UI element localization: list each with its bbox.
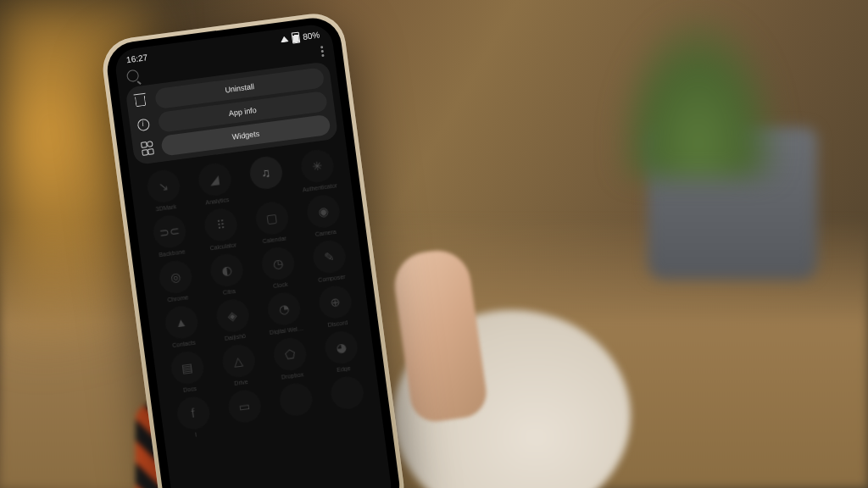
app-edge[interactable]: ◕Edge — [314, 329, 369, 375]
app-label: f — [195, 431, 198, 437]
widgets-icon — [139, 141, 154, 156]
app-item-23[interactable] — [320, 374, 375, 420]
app-daijish-[interactable]: ◈Daijishō — [205, 297, 260, 343]
app-dropbox[interactable]: ⬠Dropbox — [263, 336, 318, 382]
app-label: Daijishō — [225, 333, 247, 341]
app-label: Digital Wel… — [269, 325, 303, 336]
app-label: Analytics — [205, 197, 230, 206]
app-icon: ▤ — [169, 350, 205, 386]
app-drawer-grid[interactable]: ↘3DMark◢Analytics♫✳Authenticator⊃⊂Backbo… — [129, 137, 382, 441]
app-icon: ◢ — [197, 162, 233, 198]
app-docs[interactable]: ▤Docs — [160, 348, 215, 395]
wifi-icon — [280, 36, 289, 42]
app-label: Dropbox — [281, 371, 303, 380]
app-icon: ⊃⊂ — [151, 214, 187, 250]
app-drive[interactable]: △Drive — [211, 341, 266, 388]
app-icon: ◔ — [265, 291, 302, 327]
app-citra[interactable]: ◐Citra — [199, 251, 254, 297]
app-label: 3DMark — [155, 203, 176, 212]
info-icon — [136, 117, 151, 132]
trash-icon — [133, 94, 148, 109]
app-icon: ◐ — [209, 252, 245, 289]
app-digital-wel-[interactable]: ◔Digital Wel… — [257, 290, 312, 336]
overflow-menu-icon[interactable] — [320, 45, 325, 56]
app-calculator[interactable]: ⠿Calculator — [193, 206, 248, 252]
phone-screen: 16:27 80% UninstallApp infoWidgets — [114, 23, 394, 488]
app-label: Edge — [337, 365, 351, 373]
app-label: Citra — [223, 288, 236, 296]
app-label: Calendar — [262, 236, 287, 245]
app-chrome[interactable]: ◎Chrome — [148, 258, 203, 304]
app-icon: ⊕ — [317, 284, 353, 320]
app-backbone[interactable]: ⊃⊂Backbone — [142, 213, 198, 259]
app-item-22[interactable] — [269, 380, 324, 427]
search-icon — [126, 69, 140, 83]
app-icon: ▲ — [163, 304, 199, 341]
app-icon: ◕ — [323, 330, 359, 366]
app-3dmark[interactable]: ↘3DMark — [136, 167, 192, 214]
app-analytics[interactable]: ◢Analytics — [187, 160, 242, 207]
app-label: Docs — [183, 385, 198, 393]
app-icon — [277, 381, 314, 418]
app-label: Clock — [273, 281, 288, 289]
app-label: Chrome — [167, 294, 189, 302]
app-item-21[interactable]: ▭ — [217, 387, 272, 434]
app-authenticator[interactable]: ✳Authenticator — [290, 147, 345, 193]
app-label: Composer — [318, 274, 346, 283]
app-icon: ⠿ — [203, 207, 239, 243]
app-composer[interactable]: ✎Composer — [302, 237, 357, 284]
app-camera[interactable]: ◉Camera — [296, 192, 351, 239]
app-icon: ⬠ — [271, 336, 308, 373]
app-icon: ▢ — [253, 200, 290, 236]
app-icon: ◷ — [259, 246, 296, 282]
app-icon: ✳ — [299, 148, 336, 185]
app-label: Discord — [327, 319, 348, 328]
app-icon: ✎ — [311, 239, 348, 275]
app-icon: ◎ — [157, 259, 193, 296]
app-icon: ◉ — [305, 193, 342, 230]
app-calendar[interactable]: ▢Calendar — [245, 199, 300, 246]
app-discord[interactable]: ⊕Discord — [308, 283, 363, 330]
clock-time: 16:27 — [125, 53, 147, 64]
app-icon: △ — [220, 343, 257, 380]
app-icon: ↘ — [145, 169, 181, 205]
app-icon — [329, 374, 365, 411]
app-icon: ♫ — [248, 155, 284, 191]
app-icon: f — [175, 395, 211, 431]
app-icon: ◈ — [214, 297, 251, 334]
app-contacts[interactable]: ▲Contacts — [154, 303, 209, 350]
app-label: Contacts — [172, 340, 196, 349]
app-icon: ▭ — [226, 388, 263, 424]
app-label: Calculator — [209, 241, 236, 251]
battery-percent: 80% — [303, 30, 320, 42]
app-label: Authenticator — [302, 182, 337, 192]
app-label: Drive — [234, 379, 248, 386]
battery-icon — [292, 32, 301, 44]
app-label: Backbone — [159, 248, 186, 258]
app-f[interactable]: ff — [166, 394, 221, 441]
app-label: Camera — [314, 229, 337, 237]
app-clock[interactable]: ◷Clock — [251, 244, 306, 291]
app-item-2[interactable]: ♫ — [239, 153, 294, 200]
